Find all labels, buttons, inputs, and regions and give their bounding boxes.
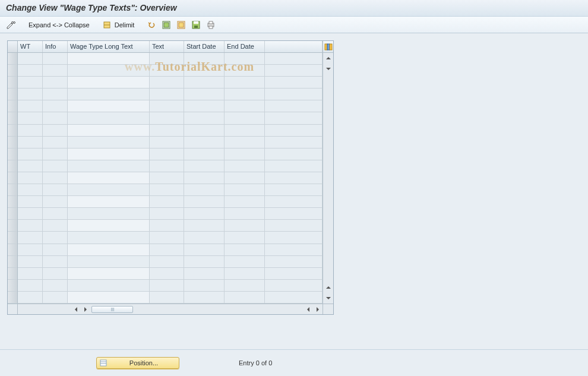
svg-rect-7 xyxy=(179,23,184,27)
row-selector[interactable] xyxy=(8,137,17,148)
scroll-up-bottom-button[interactable] xyxy=(324,283,333,292)
row-selector[interactable] xyxy=(8,89,17,100)
toolbar: Expand <-> Collapse Delimit xyxy=(0,17,588,33)
col-header-text[interactable]: Text xyxy=(150,41,184,52)
page-title: Change View "Wage Type Texts": Overview xyxy=(0,0,588,17)
main-area: www.TutorialKart.com WT Info Wage Type L… xyxy=(0,33,588,349)
table-row[interactable] xyxy=(18,256,323,268)
table-row[interactable] xyxy=(18,220,323,232)
horizontal-scrollbar[interactable] xyxy=(8,304,333,314)
table-row[interactable] xyxy=(18,244,323,256)
table-row[interactable] xyxy=(18,100,323,112)
table-row[interactable] xyxy=(18,280,323,292)
undo-button[interactable] xyxy=(145,19,158,31)
table-row[interactable] xyxy=(18,292,323,304)
row-selector[interactable] xyxy=(8,100,17,112)
svg-rect-5 xyxy=(164,23,169,27)
table-row[interactable] xyxy=(18,196,323,208)
delimit-icon xyxy=(103,21,111,29)
entry-status: Entry 0 of 0 xyxy=(239,359,272,366)
row-selector[interactable] xyxy=(8,220,17,232)
hscroll-thumb[interactable] xyxy=(91,306,133,313)
table-row[interactable] xyxy=(18,65,323,77)
select-all-button[interactable] xyxy=(160,19,173,31)
table-row[interactable] xyxy=(18,160,323,172)
col-header-start-date[interactable]: Start Date xyxy=(184,41,225,52)
grid-header-row: WT Info Wage Type Long Text Text Start D… xyxy=(18,41,323,53)
scroll-down-bottom-button[interactable] xyxy=(324,293,333,303)
svg-rect-9 xyxy=(194,21,198,24)
table-row[interactable] xyxy=(18,172,323,184)
position-button[interactable]: Position... xyxy=(96,357,179,369)
grid-rows xyxy=(18,53,323,304)
table-row[interactable] xyxy=(18,125,323,137)
table-row[interactable] xyxy=(18,208,323,220)
row-selector[interactable] xyxy=(8,184,17,196)
table-row[interactable] xyxy=(18,89,323,100)
save-button[interactable] xyxy=(189,19,203,31)
print-icon xyxy=(207,21,215,29)
row-selector[interactable] xyxy=(8,292,17,304)
table-row[interactable] xyxy=(18,53,323,65)
row-selector[interactable] xyxy=(8,268,17,280)
col-header-long-text[interactable]: Wage Type Long Text xyxy=(68,41,150,52)
scroll-right-end-button[interactable] xyxy=(313,305,323,314)
data-grid: WT Info Wage Type Long Text Text Start D… xyxy=(7,40,334,315)
table-row[interactable] xyxy=(18,77,323,89)
select-all-icon xyxy=(162,21,170,29)
row-selector[interactable] xyxy=(8,53,17,65)
table-row[interactable] xyxy=(18,148,323,160)
select-all-rows-header[interactable] xyxy=(8,41,17,53)
row-selector[interactable] xyxy=(8,196,17,208)
svg-rect-13 xyxy=(209,26,213,29)
row-selector[interactable] xyxy=(8,172,17,184)
hscroll-track[interactable] xyxy=(90,306,304,313)
undo-icon xyxy=(147,21,156,29)
svg-rect-15 xyxy=(327,44,330,50)
svg-rect-14 xyxy=(325,44,327,50)
svg-rect-10 xyxy=(194,26,198,28)
deselect-all-button[interactable] xyxy=(175,19,188,31)
row-selector[interactable] xyxy=(8,65,17,77)
expand-collapse-button[interactable]: Expand <-> Collapse xyxy=(24,19,94,31)
row-selector[interactable] xyxy=(8,125,17,137)
row-selector[interactable] xyxy=(8,148,17,160)
scroll-left-button[interactable] xyxy=(71,305,81,314)
col-header-end-date[interactable]: End Date xyxy=(225,41,265,52)
col-header-wt[interactable]: WT xyxy=(18,41,43,52)
toggle-edit-button[interactable] xyxy=(4,19,18,31)
pencil-glasses-icon xyxy=(6,21,15,29)
col-header-info[interactable]: Info xyxy=(43,41,68,52)
scroll-down-button[interactable] xyxy=(324,64,333,74)
table-row[interactable] xyxy=(18,232,323,244)
scroll-up-button[interactable] xyxy=(324,53,333,63)
svg-point-1 xyxy=(14,21,15,23)
configure-columns-button[interactable] xyxy=(323,41,333,53)
row-selector[interactable] xyxy=(8,112,17,124)
table-row[interactable] xyxy=(18,268,323,280)
scroll-right-button[interactable] xyxy=(81,305,90,314)
row-selector[interactable] xyxy=(8,280,17,292)
svg-rect-12 xyxy=(209,21,213,24)
table-row[interactable] xyxy=(18,112,323,124)
deselect-all-icon xyxy=(177,21,185,29)
row-selector-column xyxy=(8,41,18,304)
print-button[interactable] xyxy=(204,19,217,31)
row-selector[interactable] xyxy=(8,244,17,256)
row-selector[interactable] xyxy=(8,208,17,220)
footer-bar: Position... Entry 0 of 0 xyxy=(0,349,588,376)
table-row[interactable] xyxy=(18,184,323,196)
table-row[interactable] xyxy=(18,137,323,148)
scroll-left-end-button[interactable] xyxy=(304,305,313,314)
delimit-button[interactable]: Delimit xyxy=(100,19,139,31)
position-icon xyxy=(99,359,108,367)
row-selector[interactable] xyxy=(8,77,17,89)
vertical-scrollbar[interactable] xyxy=(323,41,333,304)
save-icon xyxy=(192,21,200,29)
row-selector[interactable] xyxy=(8,232,17,244)
svg-rect-17 xyxy=(100,360,106,366)
row-selector[interactable] xyxy=(8,256,17,268)
row-selector[interactable] xyxy=(8,160,17,172)
svg-rect-16 xyxy=(330,44,332,50)
